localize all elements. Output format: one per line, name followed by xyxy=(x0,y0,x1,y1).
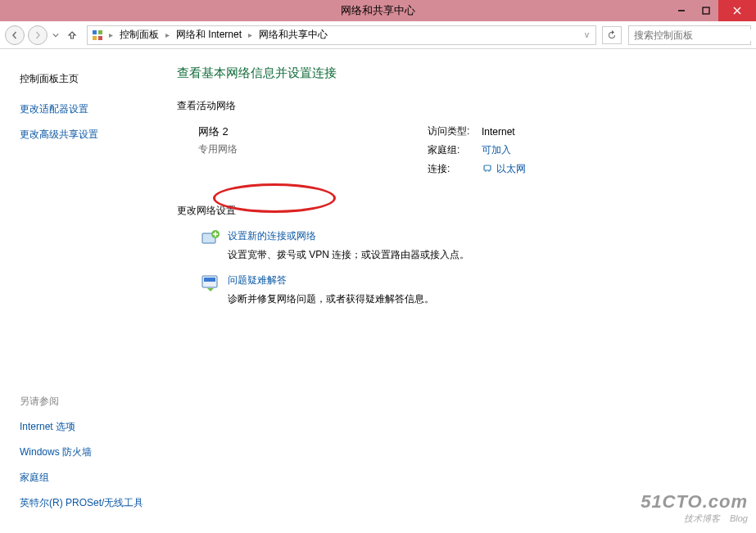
network-identity: 网络 2 专用网络 xyxy=(198,124,428,181)
see-also-internet-options[interactable]: Internet 选项 xyxy=(20,420,165,434)
control-panel-icon xyxy=(91,29,104,42)
access-type-label: 访问类型: xyxy=(428,124,482,138)
sidebar-link-sharing[interactable]: 更改高级共享设置 xyxy=(20,128,165,142)
maximize-button[interactable] xyxy=(694,0,718,21)
see-also-title: 另请参阅 xyxy=(20,395,165,409)
see-also-homegroup[interactable]: 家庭组 xyxy=(20,471,165,485)
homegroup-link[interactable]: 可加入 xyxy=(482,143,511,157)
watermark-main: 51CTO.com xyxy=(641,491,748,513)
svg-rect-5 xyxy=(98,30,102,34)
network-name: 网络 2 xyxy=(198,124,428,139)
connection-link[interactable]: 以太网 xyxy=(496,162,526,176)
new-connection-link[interactable]: 设置新的连接或网络 xyxy=(228,229,469,243)
search-box[interactable] xyxy=(628,25,751,45)
minimize-button[interactable] xyxy=(669,0,694,21)
toolbar: ▸ 控制面板 ▸ 网络和 Internet ▸ 网络和共享中心 v xyxy=(0,21,756,49)
access-type-value: Internet xyxy=(482,126,515,138)
watermark-sub2: Blog xyxy=(730,513,748,523)
up-button[interactable] xyxy=(64,27,80,43)
active-network: 网络 2 专用网络 访问类型: Internet 家庭组: 可加入 连接: xyxy=(198,124,733,181)
window-title: 网络和共享中心 xyxy=(0,3,756,18)
connection-label: 连接: xyxy=(428,162,482,176)
forward-button[interactable] xyxy=(28,25,48,45)
page-heading: 查看基本网络信息并设置连接 xyxy=(177,65,733,81)
change-settings-title: 更改网络设置 xyxy=(177,204,733,218)
titlebar: 网络和共享中心 xyxy=(0,0,756,21)
window-controls xyxy=(669,0,756,21)
main-panel: 查看基本网络信息并设置连接 查看活动网络 网络 2 专用网络 访问类型: Int… xyxy=(177,49,756,533)
network-properties: 访问类型: Internet 家庭组: 可加入 连接: 以太网 xyxy=(428,124,526,181)
search-input[interactable] xyxy=(634,29,756,41)
svg-rect-7 xyxy=(98,36,102,40)
ethernet-icon xyxy=(482,162,493,176)
sidebar-link-adapter[interactable]: 更改适配器设置 xyxy=(20,102,165,116)
svg-rect-4 xyxy=(93,30,97,34)
troubleshoot-icon xyxy=(198,273,223,295)
watermark: 51CTO.com 技术博客 Blog xyxy=(641,491,748,525)
setting-new-connection: 设置新的连接或网络 设置宽带、拨号或 VPN 连接；或设置路由器或接入点。 xyxy=(198,229,733,262)
breadcrumb-0[interactable]: 控制面板 xyxy=(118,28,161,42)
sidebar-home[interactable]: 控制面板主页 xyxy=(20,72,165,86)
see-also-intel-proset[interactable]: 英特尔(R) PROSet/无线工具 xyxy=(20,496,165,510)
new-connection-desc: 设置宽带、拨号或 VPN 连接；或设置路由器或接入点。 xyxy=(228,248,469,262)
troubleshoot-link[interactable]: 问题疑难解答 xyxy=(228,273,434,287)
new-connection-icon xyxy=(198,229,223,251)
chevron-right-icon: ▸ xyxy=(106,30,116,39)
history-dropdown[interactable] xyxy=(51,32,61,38)
sidebar: 控制面板主页 更改适配器设置 更改高级共享设置 另请参阅 Internet 选项… xyxy=(0,49,177,533)
chevron-right-icon: ▸ xyxy=(162,30,173,39)
active-networks-title: 查看活动网络 xyxy=(177,99,733,113)
address-bar[interactable]: ▸ 控制面板 ▸ 网络和 Internet ▸ 网络和共享中心 v xyxy=(87,25,596,45)
close-button[interactable] xyxy=(718,0,756,21)
breadcrumb-1[interactable]: 网络和 Internet xyxy=(174,28,243,42)
breadcrumb-2[interactable]: 网络和共享中心 xyxy=(257,28,329,42)
address-dropdown-icon[interactable]: v xyxy=(582,30,592,39)
setting-troubleshoot: 问题疑难解答 诊断并修复网络问题，或者获得疑难解答信息。 xyxy=(198,273,733,306)
svg-rect-18 xyxy=(204,278,215,282)
svg-rect-10 xyxy=(484,165,491,170)
watermark-sub1: 技术博客 xyxy=(684,513,720,523)
homegroup-label: 家庭组: xyxy=(428,143,482,157)
troubleshoot-desc: 诊断并修复网络问题，或者获得疑难解答信息。 xyxy=(228,292,434,306)
network-type: 专用网络 xyxy=(198,142,428,156)
svg-rect-1 xyxy=(703,7,709,14)
content: 控制面板主页 更改适配器设置 更改高级共享设置 另请参阅 Internet 选项… xyxy=(0,49,756,533)
see-also-firewall[interactable]: Windows 防火墙 xyxy=(20,445,165,459)
refresh-button[interactable] xyxy=(602,26,622,44)
svg-rect-6 xyxy=(93,36,97,40)
back-button[interactable] xyxy=(5,25,25,45)
chevron-right-icon: ▸ xyxy=(245,30,256,39)
